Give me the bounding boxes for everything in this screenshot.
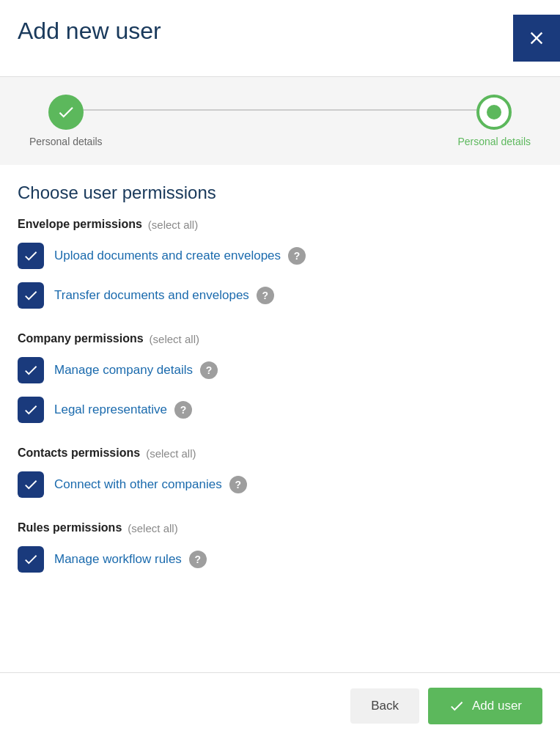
- permission-item-workflow: Manage workflow rules ?: [18, 543, 542, 576]
- permission-item-legal-rep: Legal representative ?: [18, 394, 542, 426]
- add-user-label: Add user: [472, 699, 522, 713]
- checkbox-legal-rep[interactable]: [18, 397, 44, 423]
- permission-group-contacts: Contacts permissions (select all) Connec…: [18, 446, 542, 501]
- check-icon: [23, 477, 39, 493]
- permission-label-connect[interactable]: Connect with other companies: [54, 477, 222, 492]
- checkbox-connect[interactable]: [18, 471, 44, 498]
- permission-label-workflow[interactable]: Manage workflow rules: [54, 552, 182, 567]
- footer: Back Add user: [0, 672, 560, 739]
- check-icon: [23, 362, 39, 378]
- back-button[interactable]: Back: [350, 688, 419, 724]
- permission-label-legal-rep[interactable]: Legal representative: [54, 402, 167, 417]
- stepper-line: [59, 109, 501, 111]
- select-all-envelope[interactable]: (select all): [148, 218, 198, 231]
- help-icon-workflow[interactable]: ?: [189, 551, 207, 568]
- header: Add new user: [0, 0, 560, 77]
- check-icon: [56, 103, 75, 122]
- group-title-company: Company permissions: [18, 332, 144, 345]
- help-icon-legal-rep[interactable]: ?: [174, 401, 192, 419]
- group-title-contacts: Contacts permissions: [18, 446, 140, 460]
- help-icon-connect[interactable]: ?: [229, 476, 247, 493]
- check-icon: [23, 402, 39, 418]
- group-header-rules: Rules permissions (select all): [18, 521, 542, 534]
- help-icon-manage-company[interactable]: ?: [200, 361, 218, 379]
- permission-label-upload[interactable]: Upload documents and create envelopes: [54, 249, 281, 263]
- step-1-circle: [48, 95, 84, 130]
- close-button[interactable]: [513, 15, 560, 62]
- check-icon: [449, 698, 465, 714]
- check-icon: [23, 287, 39, 304]
- step-2: Personal details: [457, 95, 531, 147]
- permission-label-manage-company[interactable]: Manage company details: [54, 363, 193, 378]
- help-icon-transfer[interactable]: ?: [257, 287, 274, 304]
- permission-item-manage-company: Manage company details ?: [18, 354, 542, 386]
- section-title: Choose user permissions: [18, 183, 542, 203]
- group-header-envelope: Envelope permissions (select all): [18, 218, 542, 231]
- checkbox-workflow[interactable]: [18, 546, 44, 573]
- permission-item-transfer: Transfer documents and envelopes ?: [18, 279, 542, 312]
- close-icon: [526, 28, 547, 48]
- select-all-contacts[interactable]: (select all): [146, 447, 196, 460]
- page-title: Add new user: [18, 18, 161, 45]
- check-icon: [23, 248, 39, 264]
- permission-group-envelope: Envelope permissions (select all) Upload…: [18, 218, 542, 312]
- group-title-rules: Rules permissions: [18, 521, 122, 534]
- step-1: Personal details: [29, 95, 103, 147]
- check-icon: [23, 551, 39, 567]
- step-2-circle: [476, 95, 512, 130]
- group-header-contacts: Contacts permissions (select all): [18, 446, 542, 460]
- group-header-company: Company permissions (select all): [18, 332, 542, 345]
- stepper: Personal details Personal details: [0, 77, 560, 165]
- add-user-button[interactable]: Add user: [428, 688, 542, 724]
- step-2-label: Personal details: [457, 136, 531, 147]
- permission-item-upload: Upload documents and create envelopes ?: [18, 240, 542, 272]
- select-all-rules[interactable]: (select all): [128, 522, 177, 534]
- permission-group-company: Company permissions (select all) Manage …: [18, 332, 542, 426]
- main-content: Choose user permissions Envelope permiss…: [0, 165, 560, 611]
- step-1-label: Personal details: [29, 136, 103, 147]
- permission-item-connect: Connect with other companies ?: [18, 468, 542, 501]
- permission-group-rules: Rules permissions (select all) Manage wo…: [18, 521, 542, 576]
- checkbox-manage-company[interactable]: [18, 357, 44, 383]
- checkbox-transfer[interactable]: [18, 282, 44, 309]
- checkbox-upload[interactable]: [18, 243, 44, 269]
- help-icon-upload[interactable]: ?: [288, 247, 306, 265]
- group-title-envelope: Envelope permissions: [18, 218, 142, 231]
- permission-label-transfer[interactable]: Transfer documents and envelopes: [54, 288, 249, 303]
- select-all-company[interactable]: (select all): [150, 333, 199, 345]
